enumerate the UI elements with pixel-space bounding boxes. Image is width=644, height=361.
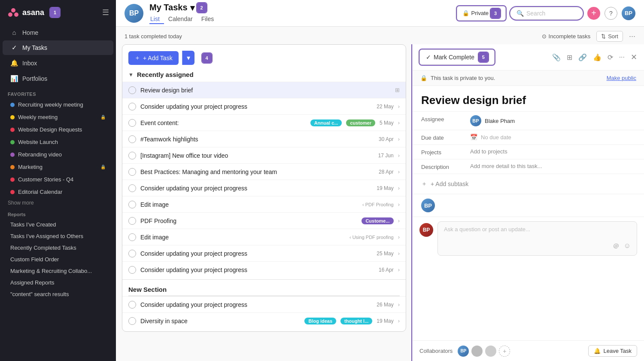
add-task-button[interactable]: ＋ + Add Task [128, 51, 179, 65]
task-name: Consider updating your project progress [140, 103, 372, 110]
task-row[interactable]: #Teamwork highlights 30 Apr › [122, 131, 406, 147]
chevron-right-icon: › [398, 103, 400, 110]
fav-website-design[interactable]: Website Design Requests [3, 124, 113, 135]
task-check-circle[interactable] [128, 168, 136, 176]
task-check-circle[interactable] [128, 201, 136, 208]
content-area: ＋ + Add Task ▾ 4 ▼ Recently assigned Rev… [116, 44, 644, 361]
tab-list[interactable]: List [149, 15, 164, 24]
report-tasks-assigned[interactable]: Tasks I've Assigned to Others [3, 231, 113, 242]
hamburger-icon[interactable]: ☰ [102, 8, 109, 17]
fav-recruiting-weekly[interactable]: Recruiting weekly meeting [3, 99, 113, 110]
task-check-circle[interactable] [128, 250, 136, 257]
section-collapse-icon[interactable]: ▼ [128, 72, 134, 78]
plus-icon: ＋ [421, 180, 427, 188]
logo-text: asana [22, 8, 44, 17]
close-button[interactable]: ✕ [631, 52, 637, 62]
task-row[interactable]: Edit image ‹ Using PDF proofing › [122, 229, 406, 245]
report-content-search[interactable]: "content" search results [3, 289, 113, 300]
task-row[interactable]: Consider updating your project progress … [122, 261, 406, 278]
copy-icon[interactable]: ⟳ [608, 53, 613, 61]
check-icon: ✓ [10, 44, 18, 52]
fav-weekly-meeting[interactable]: Weekly meeting 🔒 [3, 111, 113, 123]
make-public-link[interactable]: Make public [607, 75, 636, 81]
asana-logo[interactable]: asana [7, 6, 44, 19]
report-custom-field[interactable]: Custom Field Order [3, 254, 113, 265]
add-button[interactable]: + [587, 7, 600, 20]
detail-title[interactable]: Review design brief [413, 86, 644, 111]
incomplete-tasks-button[interactable]: ⊙ Incomplete tasks [542, 33, 591, 40]
description-value[interactable]: Add more detail to this task... [470, 163, 635, 169]
task-check-circle[interactable] [128, 152, 136, 159]
chevron-right-icon: › [398, 136, 400, 142]
task-check-circle[interactable] [128, 233, 136, 241]
chevron-down-icon[interactable]: ▾ [190, 3, 194, 13]
section-header-recently-assigned: ▼ Recently assigned [122, 69, 406, 82]
task-row[interactable]: [Instagram] New office tour video 17 Jun… [122, 147, 406, 163]
task-row[interactable]: Consider updating your project progress … [122, 180, 406, 196]
search-box[interactable]: 🔍 Search [510, 7, 583, 20]
mark-complete-button[interactable]: ✓ Mark Complete 5 [419, 49, 495, 65]
task-tag: Blog ideas [304, 318, 336, 324]
task-row[interactable]: Diversity in space Blog ideas thought l.… [122, 312, 406, 329]
report-assigned[interactable]: Assigned Reports [3, 277, 113, 288]
help-button[interactable]: ? [605, 7, 617, 20]
report-recently-completed[interactable]: Recently Completed Tasks [3, 242, 113, 253]
like-icon[interactable]: 👍 [593, 53, 601, 61]
task-check-circle[interactable] [128, 217, 136, 225]
tab-calendar[interactable]: Calendar [164, 15, 197, 24]
chevron-right-icon: › [398, 301, 400, 308]
report-tasks-created[interactable]: Tasks I've Created [3, 219, 113, 230]
fav-editorial[interactable]: Editorial Calendar [3, 186, 113, 198]
dot-icon [10, 115, 15, 119]
tab-files[interactable]: Files [197, 15, 219, 24]
plus-icon: ＋ [134, 54, 140, 62]
task-check-circle[interactable] [128, 266, 136, 274]
task-check-circle[interactable] [128, 301, 136, 309]
task-check-circle[interactable] [128, 135, 136, 143]
report-marketing-recruiting[interactable]: Marketing & Recruiting Collabo... [3, 266, 113, 276]
emoji-at-icon[interactable]: ＠ [613, 242, 620, 251]
more-icon[interactable]: ··· [619, 53, 625, 61]
task-row[interactable]: Edit image ‹ PDF Proofing › [122, 196, 406, 212]
task-row[interactable]: Consider updating your project progress … [122, 245, 406, 261]
task-row[interactable]: Consider updating your project progress … [122, 98, 406, 114]
sidebar-item-inbox[interactable]: 🔔 Inbox [3, 56, 113, 70]
user-avatar[interactable]: BP [622, 6, 635, 20]
attachment-icon[interactable]: 📎 [552, 53, 561, 61]
due-date-value[interactable]: 📅 No due date [470, 134, 635, 141]
emoji-smile-icon[interactable]: ☺ [624, 242, 631, 251]
sort-button[interactable]: ⇅ Sort [596, 31, 623, 42]
fav-label: Weekly meeting [18, 114, 58, 120]
sidebar-item-my-tasks[interactable]: ✓ My Tasks [3, 40, 113, 55]
task-row[interactable]: Consider updating your project progress … [122, 296, 406, 312]
circle-check-icon: ⊙ [542, 33, 547, 40]
task-check-circle[interactable] [128, 119, 136, 127]
task-row[interactable]: PDF Proofing Custome... › [122, 212, 406, 229]
subtask-icon[interactable]: ⊞ [567, 53, 572, 61]
link-icon[interactable]: 🔗 [578, 53, 587, 61]
task-row[interactable]: Best Practices: Managing and mentoring y… [122, 163, 406, 180]
projects-value[interactable]: Add to projects [470, 148, 635, 155]
task-row[interactable]: Review design brief ⊞ [122, 82, 406, 98]
comment-input[interactable]: Ask a question or post an update... ＠ ☺ [437, 221, 637, 256]
task-check-circle[interactable] [128, 86, 136, 94]
fav-website-launch[interactable]: Website Launch [3, 136, 113, 148]
fav-rebranding[interactable]: Rebranding video [3, 149, 113, 160]
description-label: Description [421, 163, 464, 170]
sidebar-item-portfolios[interactable]: 📊 Portfolios [3, 71, 113, 86]
due-date-label: Due date [421, 134, 464, 141]
add-task-caret[interactable]: ▾ [182, 51, 194, 65]
fav-marketing[interactable]: Marketing 🔒 [3, 161, 113, 173]
dot-icon [10, 128, 15, 132]
sidebar-item-home[interactable]: ⌂ Home [3, 25, 113, 40]
task-check-circle[interactable] [128, 317, 136, 325]
task-check-circle[interactable] [128, 103, 136, 110]
add-collaborator-button[interactable]: + [499, 346, 510, 357]
add-subtask-row[interactable]: ＋ + Add subtask [413, 174, 644, 194]
task-check-circle[interactable] [128, 184, 136, 192]
more-options-button[interactable]: ··· [629, 32, 635, 41]
show-more-link[interactable]: Show more [0, 198, 116, 208]
leave-task-button[interactable]: 🔔 Leave Task [588, 345, 637, 357]
fav-customer-stories[interactable]: Customer Stories - Q4 [3, 174, 113, 185]
task-row[interactable]: Event content: Annual c... customer 5 Ma… [122, 114, 406, 131]
